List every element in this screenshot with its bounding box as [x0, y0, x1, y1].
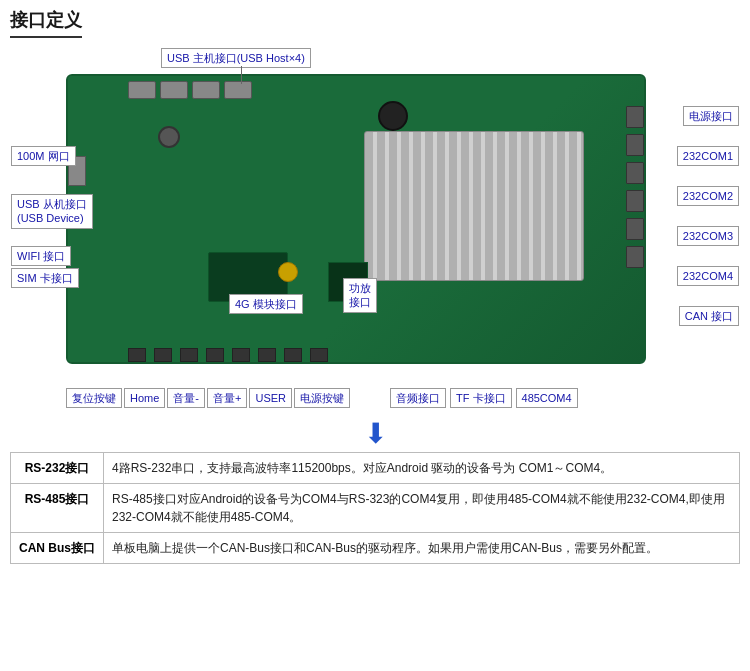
label-power-btn: 电源按键	[294, 388, 350, 408]
label-com3: 232COM3	[677, 226, 739, 246]
page-container: 接口定义	[0, 0, 750, 574]
usb-port-4	[224, 81, 252, 99]
capacitor-1	[158, 126, 180, 148]
usb-port-1	[128, 81, 156, 99]
info-table: RS-232接口 4路RS-232串口，支持最高波特率115200bps。对应A…	[10, 452, 740, 564]
label-wifi: WIFI 接口	[11, 246, 71, 266]
heatsink	[364, 131, 584, 281]
label-sim: SIM 卡接口	[11, 268, 79, 288]
usb-port-2	[160, 81, 188, 99]
usb-port-3	[192, 81, 220, 99]
label-can: CAN 接口	[679, 306, 739, 326]
label-com485: 485COM4	[516, 388, 578, 408]
line-usb-host	[241, 66, 242, 84]
coin-cell	[278, 262, 298, 282]
label-reset: 复位按键	[66, 388, 122, 408]
label-user: USER	[249, 388, 292, 408]
table-content-1: RS-485接口对应Android的设备号为COM4与RS-323的COM4复用…	[104, 484, 740, 533]
table-label-0: RS-232接口	[11, 453, 104, 484]
arrow-down: ⬇	[10, 420, 740, 448]
label-usb-host: USB 主机接口(USB Host×4)	[161, 48, 311, 68]
diagram-area: USB 主机接口(USB Host×4) 电源接口 232COM1 232COM…	[11, 46, 739, 416]
label-com2: 232COM2	[677, 186, 739, 206]
bottom-connectors	[128, 348, 328, 362]
page-title: 接口定义	[10, 8, 82, 38]
label-home: Home	[124, 388, 165, 408]
table-content-2: 单板电脑上提供一个CAN-Bus接口和CAN-Bus的驱动程序。如果用户需使用C…	[104, 533, 740, 564]
label-com1: 232COM1	[677, 146, 739, 166]
label-net100: 100M 网口	[11, 146, 76, 166]
label-vol-down: 音量-	[167, 388, 205, 408]
label-amp: 功放 接口	[343, 278, 377, 313]
label-audio: 音频接口	[390, 388, 446, 408]
label-usb-device: USB 从机接口 (USB Device)	[11, 194, 93, 229]
label-vol-up: 音量+	[207, 388, 247, 408]
table-content-0: 4路RS-232串口，支持最高波特率115200bps。对应Android 驱动…	[104, 453, 740, 484]
capacitor-2	[378, 101, 408, 131]
table-label-2: CAN Bus接口	[11, 533, 104, 564]
label-tf: TF 卡接口	[450, 388, 512, 408]
table-row: RS-232接口 4路RS-232串口，支持最高波特率115200bps。对应A…	[11, 453, 740, 484]
label-com4: 232COM4	[677, 266, 739, 286]
right-connectors	[626, 106, 644, 268]
label-power: 电源接口	[683, 106, 739, 126]
table-row: RS-485接口 RS-485接口对应Android的设备号为COM4与RS-3…	[11, 484, 740, 533]
table-label-1: RS-485接口	[11, 484, 104, 533]
table-row: CAN Bus接口 单板电脑上提供一个CAN-Bus接口和CAN-Bus的驱动程…	[11, 533, 740, 564]
label-4g: 4G 模块接口	[229, 294, 303, 314]
pcb-board	[66, 74, 646, 364]
